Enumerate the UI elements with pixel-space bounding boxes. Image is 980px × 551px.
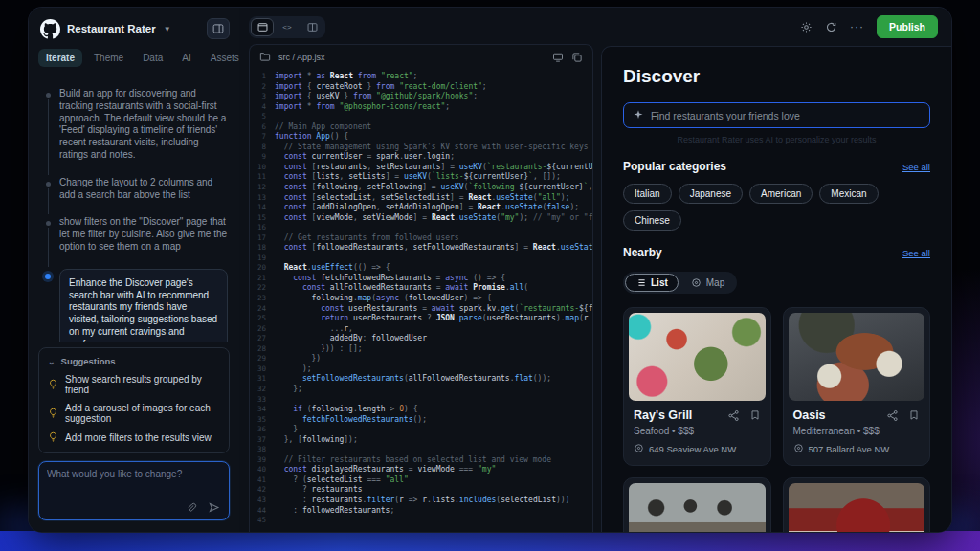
category-pills: ItalianJapaneseAmericanMexicanChinese — [623, 184, 930, 231]
sidebar-header: Restaurant Rater ▼ — [29, 8, 239, 47]
code-editor[interactable]: 1import * as React from "react";2import … — [250, 69, 592, 532]
list-view-button[interactable]: List — [625, 274, 679, 292]
suggestion-item[interactable]: Add more filters to the results view — [48, 431, 220, 444]
open-in-editor-icon[interactable] — [552, 52, 564, 63]
prompt-message: Enhance the Discover page's search bar w… — [46, 269, 228, 342]
prompt-text: Change the layout to 2 columns and add a… — [59, 177, 228, 202]
map-view-button[interactable]: Map — [680, 274, 735, 292]
search-hint: Restaurant Rater uses AI to personalize … — [623, 135, 930, 144]
page-title: Discover — [623, 66, 930, 87]
app-title: Restaurant Rater — [67, 23, 156, 34]
file-breadcrumb[interactable]: src / App.jsx — [278, 53, 325, 62]
code-view-button[interactable]: <> — [276, 18, 299, 36]
see-all-link[interactable]: See all — [902, 248, 930, 258]
code-line: 14 const [addDialogOpen, setAddDialogOpe… — [250, 203, 592, 213]
suggestions-header[interactable]: ⌄ Suggestions — [48, 356, 220, 366]
tab-theme[interactable]: Theme — [86, 49, 131, 67]
category-pill-japanese[interactable]: Japanese — [679, 184, 743, 204]
bookmark-icon[interactable] — [908, 409, 920, 422]
tab-ai[interactable]: AI — [174, 49, 198, 67]
code-line: 1import * as React from "react"; — [250, 72, 592, 82]
code-line: 17 // Get restaurants from followed user… — [250, 233, 592, 244]
code-line: 43 : restaurants.filter(r => r.lists.inc… — [250, 496, 592, 506]
code-line: 2import { createRoot } from "react-dom/c… — [250, 82, 592, 93]
code-panel: src / App.jsx 1import * as React from "r… — [249, 44, 593, 532]
publish-button[interactable]: Publish — [877, 15, 938, 38]
section-title: Nearby — [623, 246, 662, 259]
code-line: 16 — [250, 223, 592, 233]
send-icon[interactable] — [208, 501, 220, 514]
code-line: 45 — [250, 516, 592, 526]
bookmark-icon[interactable] — [749, 409, 761, 422]
tab-data[interactable]: Data — [135, 49, 170, 67]
code-line: 26 ...r, — [250, 324, 592, 335]
code-line: 15 const [viewMode, setViewMode] = React… — [250, 213, 592, 224]
code-line: 5 — [250, 112, 592, 122]
chat-input[interactable] — [47, 469, 221, 499]
refresh-icon[interactable] — [825, 21, 837, 33]
share-icon[interactable] — [727, 409, 740, 422]
suggestion-label: Add more filters to the results view — [65, 432, 212, 443]
section-header-popular: Popular categories See all — [623, 160, 930, 173]
restaurant-name: Ray's Grill — [634, 408, 727, 422]
section-title: Popular categories — [623, 160, 726, 173]
code-line: 21 const fetchFollowedRestaurants = asyn… — [250, 274, 592, 284]
code-line: 35 fetchFollowedRestaurants(); — [250, 415, 592, 426]
list-map-toggle: List Map — [623, 272, 737, 294]
location-pin-icon — [793, 443, 804, 455]
category-pill-mexican[interactable]: Mexican — [819, 184, 878, 204]
code-line: 40 const displayedRestaurants = viewMode… — [250, 465, 592, 475]
restaurant-card[interactable]: Ray's GrillSeafood • $$$649 Seaview Ave … — [623, 307, 771, 466]
code-line: 25 return userRestaurants ? JSON.parse(u… — [250, 314, 592, 324]
restaurant-address: 649 Seaview Ave NW — [634, 443, 761, 455]
restaurant-photo — [789, 483, 925, 532]
category-pill-american[interactable]: American — [749, 184, 813, 204]
code-line: 18 const [followedRestaurants, setFollow… — [250, 243, 592, 253]
preview-toolbar: ··· Publish — [601, 8, 951, 46]
code-line: 34 if (following.length > 0) { — [250, 405, 592, 415]
code-line: 33 — [250, 395, 592, 406]
section-header-nearby: Nearby See all — [623, 246, 930, 259]
split-view-button[interactable] — [301, 18, 323, 36]
suggestion-label: Add a carousel of images for each sugges… — [65, 403, 220, 424]
code-line: 38 — [250, 445, 592, 455]
sparkle-icon — [633, 107, 644, 124]
code-line: 32 }; — [250, 385, 592, 395]
code-line: 20 React.useEffect(() => { — [250, 263, 592, 274]
code-line: 39 // Filter restaurants based on select… — [250, 455, 592, 466]
sidebar-toggle-button[interactable] — [207, 18, 230, 39]
code-line: 23 following.map(async (followedUser) =>… — [250, 294, 592, 304]
code-line: 19 — [250, 253, 592, 264]
code-line: 10 const [restaurants, setRestaurants] =… — [250, 163, 592, 173]
code-line: 36 } — [250, 425, 592, 435]
copy-icon[interactable] — [571, 52, 583, 63]
code-line: 44 : followedRestaurants; — [250, 506, 592, 517]
chevron-down-icon[interactable]: ▼ — [164, 25, 171, 33]
restaurant-card[interactable]: Ocho — [783, 477, 931, 532]
view-switcher: <> — [249, 16, 325, 38]
lightbulb-icon — [48, 408, 58, 420]
tab-iterate[interactable]: Iterate — [38, 49, 82, 67]
category-pill-italian[interactable]: Italian — [623, 184, 672, 204]
settings-gear-icon[interactable] — [800, 21, 813, 33]
attach-icon[interactable] — [186, 502, 197, 514]
restaurant-photo — [629, 313, 766, 401]
code-line: 3import { useKV } from "@github/spark/ho… — [250, 92, 592, 102]
restaurant-card[interactable]: OasisMediterranean • $$$507 Ballard Ave … — [783, 307, 931, 466]
chevron-down-icon: ⌄ — [48, 357, 56, 366]
category-pill-chinese[interactable]: Chinese — [623, 210, 681, 231]
code-line: 6// Main App component — [250, 122, 592, 133]
restaurant-card[interactable]: Asadero — [623, 477, 771, 532]
share-icon[interactable] — [886, 409, 899, 422]
chat-composer — [38, 461, 230, 520]
more-options-icon[interactable]: ··· — [850, 20, 864, 33]
code-line: 9 const currentUser = spark.user.login; — [250, 152, 592, 163]
see-all-link[interactable]: See all — [902, 162, 930, 172]
suggestion-item[interactable]: Show search results grouped by friend — [48, 374, 220, 395]
preview-view-button[interactable] — [251, 18, 274, 36]
prompt-text: show filters on the "Discover" page that… — [59, 216, 228, 253]
code-line: 13 const [selectedList, setSelectedList]… — [250, 193, 592, 204]
suggestion-item[interactable]: Add a carousel of images for each sugges… — [48, 403, 220, 424]
search-input[interactable] — [651, 110, 921, 121]
restaurant-address: 507 Ballard Ave NW — [793, 443, 921, 455]
